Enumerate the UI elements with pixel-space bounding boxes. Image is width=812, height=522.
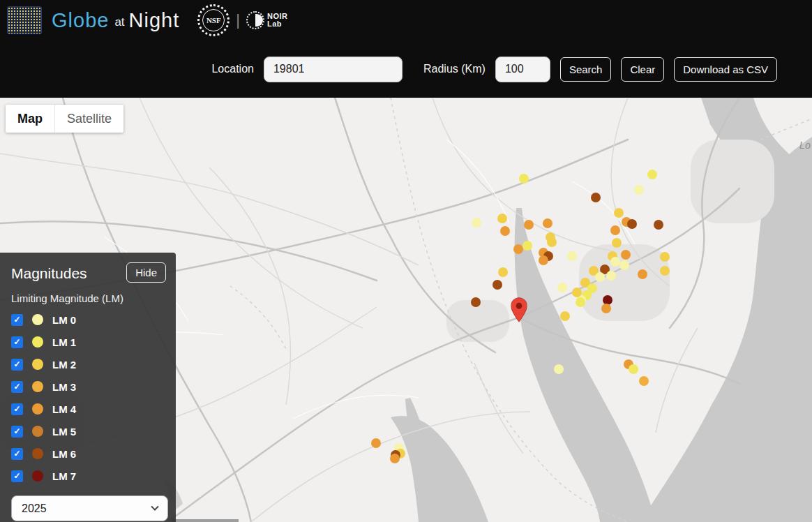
lm5-checkbox[interactable]: ✓ [11,426,23,438]
legend-row-lm3: ✓LM 3 [11,375,166,398]
magnitudes-title: Magnitudes [11,265,87,282]
observation-dot-lm1[interactable] [519,174,529,184]
lm2-checkbox[interactable]: ✓ [11,359,23,371]
radius-input[interactable] [495,57,550,82]
lm1-checkbox[interactable]: ✓ [11,336,23,348]
observation-dot-lm0[interactable] [554,364,564,374]
year-select-value: 2025 [22,502,47,515]
lm6-color-dot-icon [32,448,43,459]
search-control-row: Location Radius (Km) Search Clear Downlo… [0,40,812,98]
lm6-checkbox[interactable]: ✓ [11,448,23,460]
observation-dot-lm6[interactable] [627,219,637,229]
lm6-label: LM 6 [52,448,76,460]
observation-dot-lm3[interactable] [639,376,649,386]
legend-row-lm2: ✓LM 2 [11,353,166,375]
lm4-checkbox[interactable]: ✓ [11,403,23,415]
legend-row-lm7: ✓LM 7 [11,465,166,487]
lm0-label: LM 0 [52,314,76,326]
clear-button[interactable]: Clear [621,57,664,82]
observation-dot-lm0[interactable] [634,185,644,195]
search-button[interactable]: Search [560,57,612,82]
observation-dot-lm1[interactable] [647,170,657,179]
observation-dot-lm6[interactable] [591,193,601,202]
year-select[interactable]: 2025 [11,495,168,521]
observation-dot-lm0[interactable] [595,272,605,282]
lm4-color-dot-icon [32,403,43,415]
map-type-map-button[interactable]: Map [6,105,54,133]
lm0-checkbox[interactable]: ✓ [11,314,23,326]
observation-dot-lm0[interactable] [567,251,577,261]
noirlab-logo-icon: NOIR Lab [246,11,288,29]
noirlab-label-line2: Lab [267,20,288,28]
observation-dot-lm0[interactable] [610,257,620,267]
lm7-color-dot-icon [32,470,43,482]
partner-logos: NSF | NOIR Lab [197,4,287,36]
brand-globe: Globe [52,9,109,32]
lm1-color-dot-icon [32,336,43,348]
observation-dot-lm0[interactable] [557,283,567,292]
observation-dot-lm4[interactable] [610,225,620,235]
observation-dot-lm2[interactable] [660,252,670,262]
observation-dot-lm2[interactable] [560,311,570,321]
search-location-pin[interactable] [511,297,527,322]
top-bar: Globe at Night NSF | NOIR Lab Location R… [0,0,812,98]
brand-row: Globe at Night NSF | NOIR Lab [0,0,812,40]
legend-row-lm5: ✓LM 5 [11,420,166,442]
observation-dot-lm0[interactable] [619,260,629,270]
observation-dot-lm4[interactable] [390,454,400,463]
lm3-label: LM 3 [52,381,76,393]
lm3-color-dot-icon [32,381,43,392]
observation-dot-lm1[interactable] [629,364,638,374]
lm5-label: LM 5 [52,426,76,438]
lm5-color-dot-icon [32,426,43,437]
observation-dot-lm2[interactable] [614,208,624,218]
legend-row-lm0: ✓LM 0 [11,308,166,331]
observation-dot-lm6[interactable] [654,220,663,230]
observation-dot-lm4[interactable] [513,244,523,254]
nsf-logo-icon: NSF [197,4,230,36]
water-label-long-island: Lo [799,140,811,151]
observation-dot-lm1[interactable] [576,297,585,307]
nsf-star-ring-icon [197,4,230,36]
observation-dot-lm6[interactable] [493,280,502,290]
observation-dot-lm4[interactable] [539,255,548,265]
observation-dot-lm2[interactable] [572,288,582,297]
brand-night: Night [129,9,180,32]
observation-dot-lm4[interactable] [601,304,611,313]
observation-dot-lm0[interactable] [606,271,616,281]
observation-dot-lm2[interactable] [612,238,622,248]
lm7-label: LM 7 [52,470,76,482]
download-csv-button[interactable]: Download as CSV [674,57,777,82]
observation-dot-lm0[interactable] [472,218,481,228]
observation-dot-lm4[interactable] [621,250,631,260]
map-type-control: Map Satellite [6,105,123,133]
observation-dot-lm4[interactable] [500,226,510,236]
observation-dot-lm2[interactable] [498,267,508,277]
observation-dot-lm4[interactable] [371,438,381,448]
limiting-magnitude-subtitle: Limiting Magnitude (LM) [11,292,166,304]
magnitudes-panel: Magnitudes Hide Limiting Magnitude (LM) … [0,253,176,522]
observation-dot-lm1[interactable] [522,241,532,251]
location-label: Location [211,63,254,75]
lm3-checkbox[interactable]: ✓ [11,381,23,393]
lm1-label: LM 1 [52,336,76,348]
legend-rows: ✓LM 0✓LM 1✓LM 2✓LM 3✓LM 4✓LM 5✓LM 6✓LM 7 [11,308,166,487]
chevron-down-icon [151,502,158,510]
observation-dot-lm2[interactable] [660,266,670,276]
observation-dot-lm6[interactable] [471,297,481,307]
map-type-satellite-button[interactable]: Satellite [54,105,123,133]
lm2-color-dot-icon [32,359,43,370]
legend-row-lm4: ✓LM 4 [11,398,166,420]
globe-at-night-logo-icon [7,6,42,34]
hide-legend-button[interactable]: Hide [126,262,166,283]
observation-dot-lm4[interactable] [524,220,534,230]
observation-dot-lm4[interactable] [638,269,647,279]
observation-dot-lm2[interactable] [497,214,507,223]
logo-separator: | [236,11,240,29]
google-logo-partial [172,519,239,522]
observation-dot-lm2[interactable] [547,237,557,247]
legend-row-lm1: ✓LM 1 [11,331,166,353]
observation-dot-lm4[interactable] [543,218,552,228]
lm7-checkbox[interactable]: ✓ [11,470,23,482]
location-input[interactable] [264,57,403,82]
